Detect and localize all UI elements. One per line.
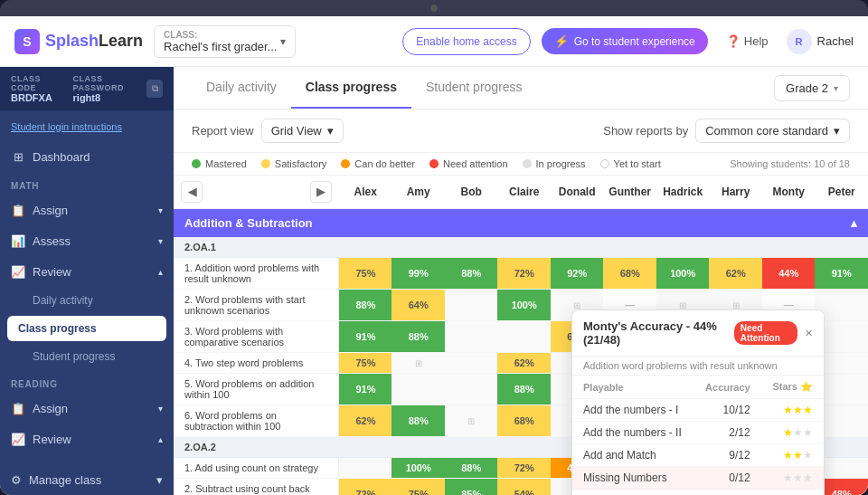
show-reports-dropdown[interactable]: Common core standard ▾: [695, 119, 850, 143]
report-view-chevron-icon: ▾: [327, 124, 334, 138]
score-cell[interactable]: 88%: [445, 258, 498, 290]
score-cell[interactable]: 75%: [339, 353, 392, 374]
tooltip-close-icon[interactable]: ✕: [805, 328, 813, 339]
assess-label: Assess: [33, 234, 71, 248]
class-password-label: CLASS PASSWORD: [73, 74, 147, 92]
grade-selector[interactable]: Grade 2 ▾: [774, 75, 850, 101]
score-cell[interactable]: 72%: [339, 479, 392, 496]
score-cell[interactable]: [339, 458, 392, 479]
sidebar-section-reading: READING: [0, 370, 174, 393]
sidebar-item-assign[interactable]: 📋 Assign ▾: [0, 195, 174, 225]
sidebar-sub-item-student-progress[interactable]: Student progress: [0, 343, 174, 370]
content-area: Daily activity Class progress Student pr…: [174, 67, 868, 495]
assign-icon: 📋: [11, 203, 25, 217]
score-cell[interactable]: 44%: [762, 258, 816, 290]
student-login-instructions: Student login instructions: [0, 110, 174, 141]
score-cell[interactable]: 68%: [603, 258, 656, 290]
score-cell[interactable]: 62%: [497, 353, 551, 374]
score-cell[interactable]: 91%: [339, 374, 392, 405]
tooltip-table: Playable Accuracy Stars ⭐ Add the number…: [572, 376, 824, 489]
student-col-harry: Harry: [709, 176, 762, 209]
reading-review-icon: 📈: [11, 432, 25, 446]
accuracy-col-header: Accuracy: [693, 376, 760, 399]
tab-student-progress[interactable]: Student progress: [411, 67, 537, 109]
score-cell[interactable]: 62%: [709, 258, 762, 290]
need-attention-label: Need attention: [443, 158, 508, 169]
score-cell[interactable]: [445, 374, 498, 405]
score-cell[interactable]: 88%: [497, 374, 551, 405]
score-cell[interactable]: 91%: [815, 258, 868, 290]
class-code-block: CLASS CODE BRDFXA CLASS PASSWORD right8: [11, 74, 146, 103]
star-icon: ★: [793, 426, 803, 439]
report-view-value: Grid View: [271, 124, 322, 138]
tooltip-badge: Need Attention: [734, 321, 797, 345]
score-cell[interactable]: 99%: [392, 258, 445, 290]
login-instructions-link[interactable]: Student login instructions: [11, 121, 122, 132]
prev-student-button[interactable]: ◀: [181, 181, 203, 203]
tab-class-progress[interactable]: Class progress: [291, 67, 411, 109]
score-cell[interactable]: 88%: [392, 321, 445, 353]
score-cell[interactable]: 72%: [497, 458, 551, 479]
next-student-button[interactable]: ▶: [310, 181, 332, 203]
score-cell[interactable]: 85%: [445, 479, 498, 496]
go-to-student-experience-button[interactable]: Go to student experience: [542, 28, 708, 54]
score-cell[interactable]: ⊞: [445, 405, 498, 437]
sidebar-item-assess[interactable]: 📊 Assess ▾: [0, 225, 174, 256]
score-cell[interactable]: 88%: [392, 405, 445, 437]
score-cell[interactable]: 92%: [551, 258, 604, 290]
tooltip-table-row: Add and Match 9/12 ★★★: [572, 444, 824, 467]
manage-class-chevron-icon: ▾: [156, 473, 163, 487]
student-col-donald: Donald: [551, 176, 604, 209]
score-cell[interactable]: ⊞: [392, 353, 445, 374]
score-cell[interactable]: 75%: [339, 258, 392, 290]
score-cell[interactable]: 91%: [339, 321, 392, 353]
help-icon: ❓: [726, 34, 741, 48]
legend-bar: Mastered Satisfactory Can do better Need…: [174, 153, 868, 176]
score-cell[interactable]: [497, 321, 551, 353]
legend-can-do-better: Can do better: [341, 158, 415, 169]
enable-home-access-button[interactable]: Enable home access: [402, 28, 530, 55]
reading-assign-label: Assign: [33, 402, 68, 415]
sidebar-sub-item-class-progress[interactable]: Class progress: [7, 316, 166, 341]
report-view-label: Report view: [192, 124, 254, 138]
score-cell[interactable]: 100%: [656, 258, 710, 290]
report-view-dropdown[interactable]: Grid View ▾: [261, 119, 344, 143]
sidebar-item-dashboard[interactable]: ⊞ Dashboard: [0, 141, 174, 172]
copy-button[interactable]: ⧉: [146, 80, 163, 98]
score-cell[interactable]: 62%: [339, 405, 392, 437]
reading-review-label: Review: [33, 433, 71, 446]
manage-class-label: Manage class: [29, 473, 101, 487]
user-menu[interactable]: R Rachel: [787, 29, 854, 54]
score-cell[interactable]: 72%: [497, 258, 551, 290]
score-cell[interactable]: 88%: [445, 458, 498, 479]
score-cell[interactable]: 100%: [497, 290, 551, 321]
tooltip-header: Monty's Accuracy - 44% (21/48) Need Atte…: [572, 310, 824, 357]
sidebar-item-reading-assign[interactable]: 📋 Assign ▾: [0, 393, 174, 424]
help-label: Help: [744, 34, 769, 48]
mastered-label: Mastered: [205, 158, 247, 169]
star-icon: ★: [803, 471, 813, 484]
score-cell[interactable]: 100%: [392, 458, 445, 479]
class-label: CLASS:: [164, 30, 277, 40]
tab-daily-activity[interactable]: Daily activity: [192, 67, 291, 109]
sidebar: CLASS CODE BRDFXA CLASS PASSWORD right8 …: [0, 67, 174, 495]
class-selector[interactable]: CLASS: Rachel's first grader... ▾: [154, 25, 296, 58]
score-cell[interactable]: [445, 353, 498, 374]
score-cell[interactable]: [392, 374, 445, 405]
section-expand-icon[interactable]: ▴: [851, 216, 857, 230]
score-cell[interactable]: 88%: [339, 290, 392, 321]
can-do-better-label: Can do better: [354, 158, 415, 169]
student-col-claire: Claire: [497, 176, 551, 209]
score-cell[interactable]: 54%: [497, 479, 551, 496]
score-cell[interactable]: 68%: [497, 405, 551, 437]
class-password-value: right8: [73, 92, 147, 103]
score-cell[interactable]: [445, 321, 498, 353]
help-button[interactable]: ❓ Help: [719, 34, 776, 48]
sidebar-item-review[interactable]: 📈 Review ▴: [0, 256, 174, 287]
score-cell[interactable]: 75%: [392, 479, 445, 496]
sidebar-manage-class[interactable]: ⚙ Manage class ▾: [0, 465, 174, 495]
sidebar-sub-item-daily-activity[interactable]: Daily activity: [0, 287, 174, 314]
score-cell[interactable]: 64%: [392, 290, 445, 321]
sidebar-item-reading-review[interactable]: 📈 Review ▴: [0, 424, 174, 454]
score-cell[interactable]: [445, 290, 498, 321]
